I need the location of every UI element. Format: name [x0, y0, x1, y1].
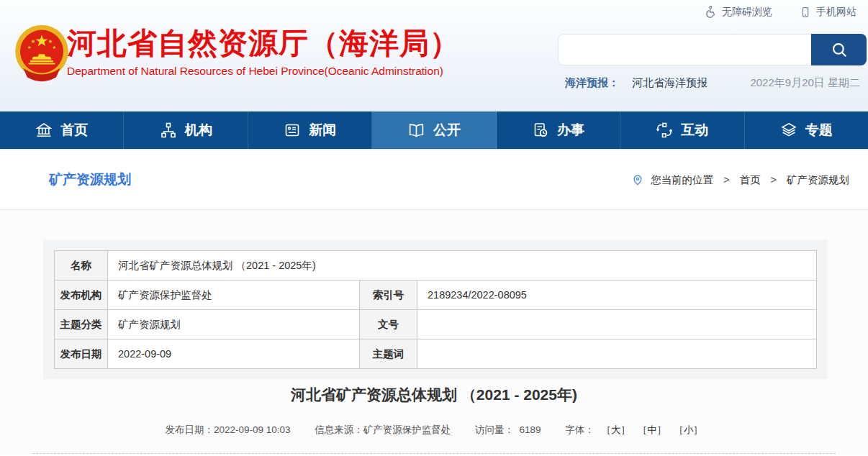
font-size-small-button[interactable]: ［小］ [674, 424, 703, 435]
field-label-docnumber: 文号 [360, 310, 417, 339]
nav-label: 办事 [557, 121, 584, 140]
breadcrumb-home[interactable]: 首页 [740, 173, 761, 187]
nav-item-org[interactable]: 机构 [124, 111, 248, 149]
field-value-category: 矿产资源规划 [108, 310, 360, 339]
font-size-control: 字体： ［大］ ［中］ ［小］ [565, 424, 702, 435]
breadcrumb-prefix: 您当前的位置 [651, 173, 713, 187]
svg-text:★: ★ [31, 38, 35, 45]
breadcrumb: 您当前的位置 > 首页 > 矿产资源规划 [631, 173, 849, 187]
forecast-label: 海洋预报： [565, 76, 619, 90]
field-label-pubdate: 发布日期 [55, 339, 108, 369]
breadcrumb-separator: > [771, 174, 777, 186]
font-size-medium-button[interactable]: ［中］ [638, 424, 667, 435]
field-value-index: 2189234/2022-08095 [417, 281, 817, 310]
search-input[interactable] [558, 34, 811, 65]
nav-item-services[interactable]: 办事 [497, 111, 620, 149]
field-label-keywords: 主题词 [360, 339, 417, 369]
font-size-label: 字体： [565, 424, 595, 435]
nav-item-interact[interactable]: 互动 [620, 111, 744, 149]
location-pin-icon [631, 173, 644, 186]
visit-count: 访问量： 6189 [475, 424, 541, 435]
current-date: 2022年9月20日 星期二 [750, 76, 860, 90]
mobile-site-link[interactable]: 手机网站 [800, 6, 856, 19]
field-value-issuer: 矿产资源保护监督处 [108, 281, 360, 310]
nav-label: 公开 [433, 121, 461, 140]
info-panel: 名称 河北省矿产资源总体规划 （2021 - 2025年) 发布机构 矿产资源保… [43, 240, 828, 379]
article-title: 河北省矿产资源总体规划 （2021 - 2025年) [0, 385, 868, 405]
document-info-table: 名称 河北省矿产资源总体规划 （2021 - 2025年) 发布机构 矿产资源保… [54, 250, 817, 369]
nav-label: 新闻 [309, 121, 336, 140]
nav-item-public[interactable]: 公开 [372, 111, 496, 149]
nav-item-home[interactable]: 首页 [0, 111, 124, 149]
dashed-divider [32, 453, 836, 454]
open-book-icon [407, 122, 425, 140]
site-subtitle: Department of Natural Resources of Hebei… [67, 65, 460, 78]
site-title-block: 河北省自然资源厅（海洋局） Department of Natural Reso… [67, 27, 460, 78]
nav-label: 专题 [805, 121, 833, 140]
table-row: 主题分类 矿产资源规划 文号 [55, 310, 817, 339]
layers-icon [780, 122, 797, 139]
search-icon [830, 40, 849, 59]
field-value-name: 河北省矿产资源总体规划 （2021 - 2025年) [108, 251, 817, 281]
field-value-docnumber [417, 310, 817, 339]
mobile-phone-icon [800, 6, 811, 19]
forecast-link[interactable]: 河北省海洋预报 [632, 76, 707, 90]
field-label-index: 索引号 [360, 281, 417, 310]
publish-date: 发布日期：2022-09-09 10:03 [165, 424, 290, 435]
nav-item-topics[interactable]: 专题 [745, 111, 868, 149]
breadcrumb-separator: > [723, 174, 729, 186]
nav-label: 互动 [681, 121, 708, 140]
table-row: 名称 河北省矿产资源总体规划 （2021 - 2025年) [55, 251, 817, 281]
mobile-site-label: 手机网站 [816, 6, 856, 19]
field-label-name: 名称 [55, 251, 108, 281]
site-title: 河北省自然资源厅（海洋局） [67, 27, 460, 60]
nav-label: 机构 [185, 121, 212, 140]
content-area: 名称 河北省矿产资源总体规划 （2021 - 2025年) 发布机构 矿产资源保… [0, 210, 868, 455]
field-value-pubdate: 2022-09-09 [108, 339, 360, 369]
main-nav: 首页 机构 新闻 公开 [0, 111, 868, 149]
topbar: 无障碍浏览 手机网站 [0, 0, 868, 24]
table-row: 发布机构 矿产资源保护监督处 索引号 2189234/2022-08095 [55, 281, 817, 310]
org-chart-icon [160, 122, 177, 139]
accessibility-label: 无障碍浏览 [722, 6, 772, 19]
national-emblem-logo: ★ ★ ★ ★ [13, 23, 71, 83]
nav-label: 首页 [60, 121, 88, 140]
nav-item-news[interactable]: 新闻 [248, 111, 372, 149]
field-label-category: 主题分类 [55, 310, 108, 339]
table-row: 发布日期 2022-09-09 主题词 [55, 339, 817, 369]
info-source: 信息来源：矿产资源保护监督处 [315, 424, 451, 435]
search-bar [558, 34, 867, 65]
article-meta: 发布日期：2022-09-09 10:03 信息来源：矿产资源保护监督处 访问量… [0, 424, 868, 437]
accessibility-link[interactable]: 无障碍浏览 [703, 5, 772, 19]
news-icon [284, 122, 301, 139]
home-icon [35, 122, 53, 139]
cycle-arrows-icon [656, 122, 673, 139]
document-clock-icon [532, 122, 549, 139]
forecast-row: 海洋预报： 河北省海洋预报 2022年9月20日 星期二 [565, 76, 860, 90]
site-header: 无障碍浏览 手机网站 ★ ★ ★ ★ 河北省自然 [0, 0, 868, 111]
field-label-issuer: 发布机构 [55, 281, 108, 310]
section-bar: 矿产资源规划 您当前的位置 > 首页 > 矿产资源规划 [0, 149, 868, 210]
page-title: 矿产资源规划 [49, 170, 131, 189]
breadcrumb-current: 矿产资源规划 [787, 173, 849, 187]
search-button[interactable] [811, 34, 867, 65]
svg-text:★: ★ [52, 45, 56, 50]
svg-text:★: ★ [48, 38, 53, 45]
field-value-keywords [417, 339, 817, 369]
wheelchair-icon [703, 5, 717, 19]
font-size-large-button[interactable]: ［大］ [602, 424, 631, 435]
svg-text:★: ★ [27, 45, 32, 50]
